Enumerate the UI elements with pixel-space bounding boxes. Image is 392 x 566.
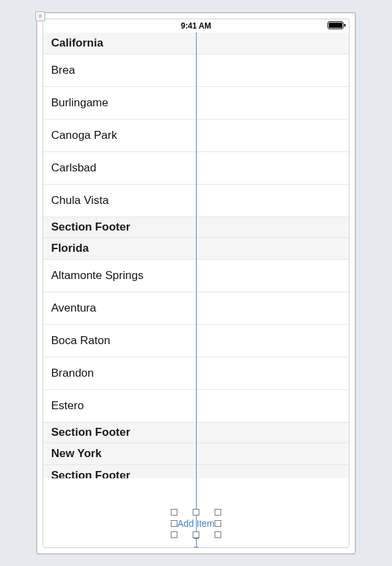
add-item-button[interactable]: Add Item bbox=[171, 509, 221, 538]
phone-canvas: 9:41 AM California Brea Burlingame Canog… bbox=[43, 19, 349, 548]
resize-handle-icon[interactable] bbox=[215, 531, 221, 538]
resize-handle-icon[interactable] bbox=[193, 509, 199, 516]
resize-handle-icon[interactable] bbox=[171, 531, 177, 538]
resize-handle-icon[interactable] bbox=[215, 509, 221, 516]
status-time: 9:41 AM bbox=[181, 21, 211, 31]
add-item-label: Add Item bbox=[171, 518, 221, 529]
text-caret-icon bbox=[196, 538, 197, 547]
center-alignment-guide bbox=[196, 33, 197, 542]
status-bar: 9:41 AM bbox=[43, 19, 349, 33]
resize-handle-icon[interactable] bbox=[171, 509, 177, 516]
battery-icon bbox=[328, 21, 343, 29]
resize-handle-icon[interactable] bbox=[193, 531, 199, 538]
selection-handles[interactable]: Add Item bbox=[171, 509, 221, 538]
simulator-window: 9:41 AM California Brea Burlingame Canog… bbox=[37, 13, 355, 554]
window-close-icon[interactable]: × bbox=[35, 11, 45, 21]
